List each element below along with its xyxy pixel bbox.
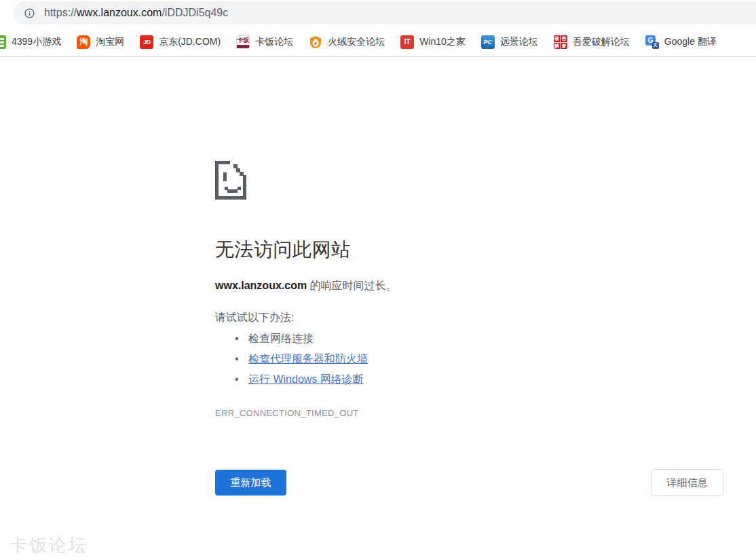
bookmark-52pojie[interactable]: 破 吾 解 爱 吾爱破解论坛 [554,35,630,49]
pcbeta-favicon-icon: PC [481,35,495,49]
bookmark-label: 京东(JD.COM) [159,36,221,48]
jd-favicon-icon: JD [140,35,153,49]
huorong-flame-icon [309,35,322,49]
url-scheme: https:// [44,7,77,18]
bookmark-taobao[interactable]: 淘 淘宝网 [77,35,124,49]
bookmark-label: 卡饭论坛 [255,36,293,48]
bookmark-pcbeta[interactable]: PC 远景论坛 [481,35,538,49]
google-translate-icon: G 文 [645,35,659,49]
bookmark-label: 淘宝网 [96,36,124,48]
suggestions-list: 检查网络连接 检查代理服务器和防火墙 运行 Windows 网络诊断 [215,329,368,390]
kafan-watermark: 卡饭论坛 [10,534,88,557]
bookmarks-bar: 4399小游戏 淘 淘宝网 JD 京东(JD.COM) 卡饭 卡饭论坛 火绒安全… [0,27,756,57]
bookmark-label: 吾爱破解论坛 [573,36,630,48]
url-domain: wwx.lanzoux.com [77,7,162,18]
suggestion-check-network: 检查网络连接 [215,329,368,349]
suggestion-run-diagnostics: 运行 Windows 网络诊断 [215,369,368,390]
details-button[interactable]: 详细信息 [651,469,723,496]
error-domain: wwx.lanzoux.com [215,280,307,291]
suggestions-title: 请试试以下办法: [215,311,294,325]
bookmark-4399[interactable]: 4399小游戏 [0,35,61,49]
bookmark-label: 火绒安全论坛 [328,36,385,48]
bookmark-jd[interactable]: JD 京东(JD.COM) [140,35,221,49]
suggestion-check-proxy: 检查代理服务器和防火墙 [215,349,368,369]
bookmark-label: Win10之家 [419,36,466,48]
4399-favicon-icon [0,35,6,49]
bookmark-huorong[interactable]: 火绒安全论坛 [309,35,385,49]
bookmark-kafan[interactable]: 卡饭 卡饭论坛 [236,35,293,49]
win10-favicon-icon: IT [400,35,414,49]
url-path: /iDDJDi5q49c [162,7,228,18]
browser-toolbar: https://wwx.lanzoux.com/iDDJDi5q49c [0,0,756,27]
bookmark-label: 4399小游戏 [12,36,61,48]
bookmark-label: Google 翻译 [664,36,717,48]
check-proxy-link[interactable]: 检查代理服务器和防火墙 [248,353,368,365]
kafan-favicon-icon: 卡饭 [236,35,250,49]
run-diagnostics-link[interactable]: 运行 Windows 网络诊断 [248,373,364,385]
bookmark-google-translate[interactable]: G 文 Google 翻译 [645,35,717,49]
52pojie-favicon-icon: 破 吾 解 爱 [554,35,567,49]
url-text[interactable]: https://wwx.lanzoux.com/iDDJDi5q49c [44,7,228,19]
bookmark-win10[interactable]: IT Win10之家 [400,35,466,49]
bookmark-label: 远景论坛 [500,36,538,48]
error-title: 无法访问此网站 [215,237,351,263]
reload-button[interactable]: 重新加载 [215,470,286,496]
error-message: wwx.lanzoux.com 的响应时间过长。 [215,279,397,293]
address-bar[interactable]: https://wwx.lanzoux.com/iDDJDi5q49c [14,1,756,24]
error-code: ERR_CONNECTION_TIMED_OUT [215,408,359,418]
sad-file-icon [215,161,246,202]
page-info-icon[interactable] [24,7,35,19]
taobao-favicon-icon: 淘 [77,35,90,49]
error-message-rest: 的响应时间过长。 [307,280,396,291]
